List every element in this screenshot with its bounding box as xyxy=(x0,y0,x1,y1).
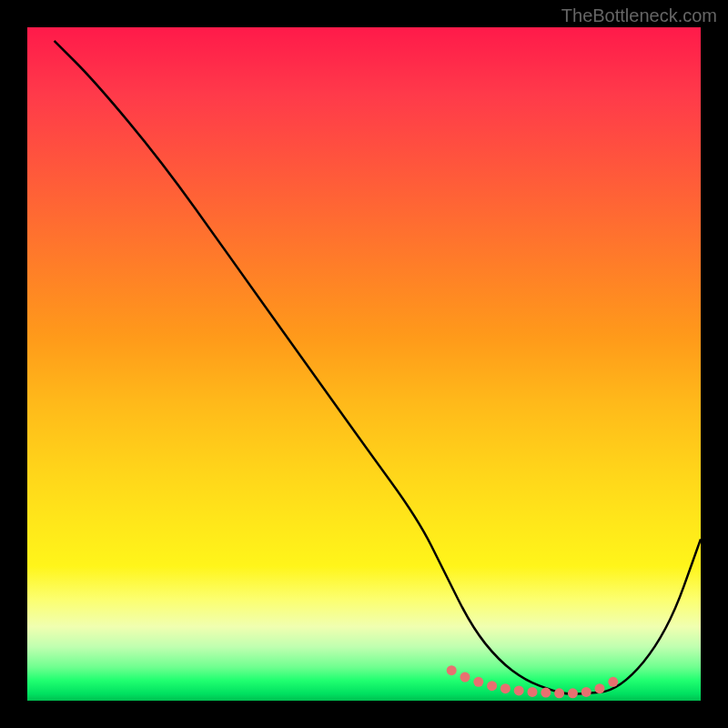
marker-dot xyxy=(473,677,483,687)
marker-dot xyxy=(554,688,564,698)
marker-dot xyxy=(528,687,538,697)
bottleneck-curve xyxy=(55,41,701,694)
marker-dot xyxy=(447,665,457,675)
marker-dot xyxy=(595,683,605,693)
marker-dot xyxy=(541,688,551,698)
marker-dot xyxy=(514,685,524,695)
chart-svg xyxy=(27,27,701,701)
marker-dot xyxy=(487,681,497,691)
marker-dot xyxy=(460,672,470,682)
marker-dot xyxy=(608,677,618,687)
watermark-text: TheBottleneck.com xyxy=(561,5,717,26)
marker-dot xyxy=(500,683,511,693)
marker-dot xyxy=(568,688,578,698)
chart-plot-area xyxy=(27,27,701,701)
marker-dot xyxy=(581,687,592,697)
